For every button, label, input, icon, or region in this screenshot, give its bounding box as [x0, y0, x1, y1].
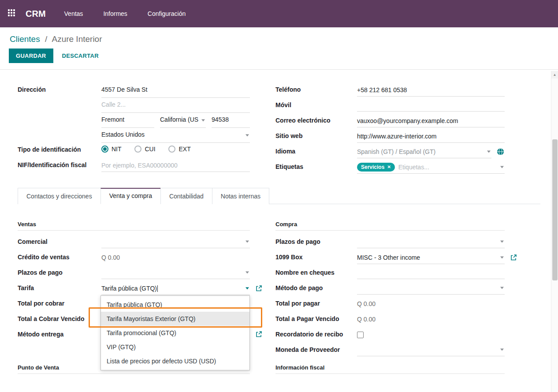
sales-credit-row: Crédito de ventas Q 0.00 [18, 250, 250, 266]
vat-input[interactable]: Por ejemplo, ESA00000000 [101, 159, 250, 172]
payable-due-field: Q 0.00 [357, 313, 505, 325]
sales-section-title: Ventas [18, 221, 250, 231]
vat-row: NIF/Identificación fiscal Por ejemplo, E… [18, 158, 250, 174]
pricelist-label: Tarifa [18, 281, 101, 292]
mobile-input[interactable] [357, 99, 505, 112]
receipt-reminder-row: Recordatorio de recibo [275, 328, 505, 343]
cheques-label: Nombre en cheques [275, 266, 357, 277]
city-input[interactable]: Fremont [101, 113, 154, 128]
chevron-down-icon[interactable] [500, 349, 504, 351]
tab-notas-internas[interactable]: Notas internas [212, 188, 269, 204]
scrollbar-up-arrow-icon[interactable]: ▲ [551, 71, 558, 78]
tag-remove-icon[interactable]: ✕ [387, 164, 391, 169]
phone-input[interactable]: +58 212 681 0538 [357, 83, 505, 97]
chevron-down-icon[interactable] [246, 134, 249, 136]
purchase-payment-terms-select[interactable] [357, 235, 505, 248]
discard-button[interactable]: DESCARTAR [60, 49, 101, 63]
menu-ventas[interactable]: Ventas [63, 7, 84, 20]
apps-grid-icon[interactable] [8, 9, 17, 18]
zip-input[interactable]: 94538 [212, 113, 250, 128]
external-link-icon[interactable] [256, 331, 262, 337]
phone-value: +58 212 681 0538 [357, 83, 407, 96]
main-menu: Ventas Informes Configuración [63, 7, 187, 20]
radio-ext[interactable]: EXT [168, 146, 190, 153]
payable-due-row: Total a Pagar Vencido Q 0.00 [275, 312, 505, 328]
dropdown-option[interactable]: Tarifa promocional (GTQ) [101, 326, 249, 340]
chevron-down-icon[interactable] [500, 241, 504, 243]
dropdown-option-highlighted[interactable]: Tarifa Mayoristas Exterior (GTQ) [101, 312, 249, 326]
id-type-label: Tipo de identificación [18, 143, 101, 154]
tab-contactos-direcciones[interactable]: Contactos y direcciones [18, 188, 101, 204]
tab-contabilidad[interactable]: Contabilidad [160, 188, 212, 204]
menu-informes[interactable]: Informes [102, 7, 128, 20]
pricelist-input[interactable]: Tarifa pública (GTQ) Tarifa pública (GTQ… [101, 282, 250, 295]
payment-method-select[interactable] [357, 282, 505, 295]
chevron-down-icon[interactable] [201, 119, 205, 121]
chevron-down-icon[interactable] [500, 166, 504, 168]
salesperson-label: Comercial [18, 235, 101, 246]
payable-label: Total por pagar [275, 297, 357, 308]
salesperson-select[interactable] [101, 235, 250, 248]
cheques-input[interactable] [357, 266, 505, 279]
payable-field: Q 0.00 [357, 297, 505, 310]
scrollbar-thumb[interactable] [552, 139, 558, 280]
sales-credit-value: Q 0.00 [101, 251, 120, 264]
address-label: Dirección [18, 83, 101, 94]
chevron-down-icon[interactable] [500, 287, 504, 289]
chevron-down-icon[interactable] [500, 256, 504, 258]
language-select[interactable]: Spanish (GT) / Español (GT) [357, 145, 491, 158]
breadcrumb-parent[interactable]: Clientes [10, 34, 40, 44]
receipt-reminder-checkbox[interactable] [357, 332, 364, 338]
street-value: 4557 De Silva St [101, 83, 147, 96]
language-row: Idioma Spanish (GT) / Español (GT) [275, 145, 505, 160]
dropdown-option[interactable]: VIP (GTQ) [101, 340, 249, 354]
pricelist-row: Tarifa Tarifa pública (GTQ) Tarifa públi… [18, 281, 250, 297]
id-type-row: Tipo de identificación NIT CUI EXT [18, 143, 250, 158]
tag-servicios[interactable]: Servicios ✕ [357, 163, 395, 172]
chevron-down-icon[interactable] [487, 150, 491, 153]
email-input[interactable]: vauxoo@yourcompany.example.com [357, 114, 505, 127]
address-row: Dirección 4557 De Silva St Calle 2... Fr… [18, 83, 250, 143]
website-input[interactable]: http://www.azure-interior.com [357, 130, 505, 143]
contact-right-column: Teléfono +58 212 681 0538 Móvil Correo e… [275, 83, 505, 175]
notebook-tabs: Contactos y direcciones Venta y compra C… [18, 188, 540, 204]
phone-row: Teléfono +58 212 681 0538 [275, 83, 505, 98]
website-row: Sitio web http://www.azure-interior.com [275, 129, 505, 145]
action-bar: GUARDAR DESCARTAR [0, 45, 558, 69]
app-title[interactable]: CRM [26, 9, 46, 19]
sales-payment-terms-select[interactable] [101, 266, 250, 279]
receivable-label: Total por cobrar [18, 297, 101, 308]
radio-nit[interactable]: NIT [101, 146, 122, 153]
menu-configuracion[interactable]: Configuración [147, 7, 186, 20]
box1099-select[interactable]: MISC - 3 Other income [357, 251, 505, 264]
save-button[interactable]: GUARDAR [9, 49, 53, 63]
external-link-icon[interactable] [510, 254, 517, 261]
chevron-down-icon[interactable] [246, 272, 249, 274]
tags-input[interactable]: Servicios ✕ Etiquetas... [357, 161, 505, 174]
tab-venta-compra[interactable]: Venta y compra [100, 188, 161, 204]
country-select[interactable]: Estados Unidos [101, 128, 250, 143]
street-input[interactable]: 4557 De Silva St [101, 83, 250, 98]
sales-credit-label: Crédito de ventas [18, 250, 101, 261]
external-link-icon[interactable] [256, 285, 262, 291]
radio-cui[interactable]: CUI [134, 146, 155, 153]
dropdown-option[interactable]: Tarifa pública (GTQ) [101, 298, 249, 312]
receipt-reminder-field [357, 328, 505, 341]
delivery-method-label: Método entrega [18, 328, 101, 339]
tags-placeholder: Etiquetas... [398, 161, 429, 173]
sales-payment-terms-row: Plazos de pago [18, 266, 250, 281]
payment-method-row: Método de pago [275, 281, 505, 297]
vendor-currency-select[interactable] [357, 343, 505, 356]
street2-placeholder: Calle 2... [101, 98, 126, 111]
chevron-down-icon[interactable] [246, 287, 249, 289]
dropdown-option[interactable]: Lista de precios por defecto USD (USD) [101, 354, 249, 368]
zip-value: 94538 [212, 113, 229, 126]
chevron-down-icon[interactable] [246, 241, 249, 243]
street2-input[interactable]: Calle 2... [101, 98, 250, 113]
state-select[interactable]: California (US [160, 113, 206, 128]
box1099-label: 1099 Box [275, 250, 357, 261]
phone-label: Teléfono [275, 83, 357, 94]
city-value: Fremont [101, 113, 124, 126]
vertical-scrollbar[interactable]: ▲ [551, 71, 558, 392]
language-label: Idioma [275, 145, 357, 156]
